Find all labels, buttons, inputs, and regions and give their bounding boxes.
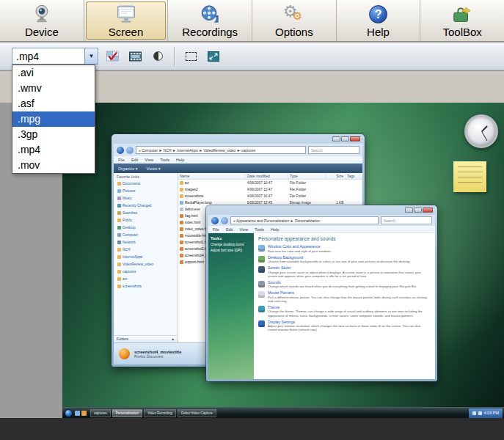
combo-dropdown-arrow-icon[interactable]: ▼ [84,48,98,64]
toolbox-button-label: ToolBox [443,26,482,38]
settings-item-icon [258,291,265,298]
video-options-button[interactable] [126,48,144,65]
sticky-note-gadget [453,161,486,192]
nav-tree-item: Searches [114,209,178,216]
settings-item: Mouse Pointers Pick a different mouse po… [258,290,431,303]
format-dropdown-list: .avi.wmv.asf.mpg.3gp.mp4.mov [12,65,95,174]
help-button-label: Help [367,26,390,38]
nav-tree-item: NCH [114,246,178,253]
format-option[interactable]: .3gp [12,127,95,142]
nav-tree-item: captures [114,268,178,275]
taskbar-window-button: Personalization [112,409,142,417]
format-combobox[interactable]: .mp4 ▼ [12,48,98,65]
menu-item: File [213,227,219,232]
menu-item: Edit [131,158,138,162]
encoder-settings-button[interactable] [103,48,121,65]
tray-icon [472,411,476,415]
format-option[interactable]: .mpg [12,111,95,127]
settings-item-icon [258,306,265,312]
explorer-menu-bar: FileEditViewToolsHelp [114,156,362,164]
firefox-icon [119,348,130,359]
close-icon [350,136,360,142]
settings-item-description: Pick a different mouse pointer. You can … [268,296,431,303]
menu-item: Tools [255,227,264,232]
preview-screenshot[interactable]: « Computer ► NCH ► InternetApps ► VideoR… [62,103,504,418]
file-icon [180,201,183,205]
nav-tree-item: Music [114,194,178,202]
nav-tree-item: VideoReview_video [114,260,178,268]
settings-item: Display Settings Adjust your monitor res… [258,320,431,332]
search-box: Search [381,216,432,224]
nav-tree-item: Computer [114,231,178,238]
help-icon: ? [367,4,390,26]
folder-icon [117,255,121,259]
settings-item: Desktop Background Choose from available… [258,255,431,264]
settings-item: Screen Saver Change your screen saver or… [258,265,431,278]
personalization-content: Personalize appearance and sounds Window… [254,233,435,379]
settings-item-icon [258,281,265,287]
screen-button-label: Screen [109,26,144,38]
personalization-titlebar [208,205,435,215]
help-button[interactable]: ? Help [337,0,421,41]
options-button[interactable]: ⚙⚙ Options [252,0,337,41]
folder-icon [117,211,121,215]
options-button-label: Options [275,26,313,38]
folder-icon [117,226,121,230]
nav-tree-item: Public [114,216,178,224]
fullscreen-icon [208,51,219,62]
folders-bar: Folders ▲ [114,335,178,342]
settings-item: Sounds Change which sounds are heard whe… [258,280,431,289]
tray-clock: 4:09 PM [484,411,499,415]
forward-icon [221,217,228,224]
filmstrip-icon [129,51,142,62]
maximize-icon [341,136,349,142]
format-combobox-value: .mp4 [12,51,84,62]
recordings-button-label: Recordings [182,26,238,38]
breadcrumb: « Appearance and Personalization ► Perso… [230,216,379,224]
select-region-button[interactable] [182,48,200,65]
personalization-menu-bar: FileEditViewToolsHelp [208,226,435,233]
format-option[interactable]: .avi [12,65,95,81]
file-icon [180,208,183,211]
forward-icon [126,147,134,154]
folder-icon [117,270,121,274]
format-option[interactable]: .mov [12,158,95,173]
nav-tree-item: Pictures [114,187,178,194]
task-link: Adjust font size (DPI) [211,249,252,253]
format-option[interactable]: .wmv [12,81,95,96]
minimize-icon [405,208,413,213]
screen-button[interactable]: Screen [84,0,169,41]
device-button[interactable]: Device [0,0,84,41]
settings-item: Window Color and Appearance Fine tune th… [258,244,431,253]
back-icon [211,217,219,224]
color-settings-button[interactable] [149,48,167,65]
file-icon [180,194,183,198]
format-option[interactable]: .asf [12,96,95,111]
tasks-header: Tasks [211,236,252,241]
settings-item-description: Change your screen saver or adjust when … [268,271,431,278]
nav-tree-item: Network [114,238,178,246]
settings-item-description: Change the theme. Themes can change a wi… [268,309,431,317]
menu-item: Edit [226,227,233,232]
maximize-icon [414,208,422,213]
recordings-button[interactable]: Recordings [168,0,252,41]
personalization-address-bar: « Appearance and Personalization ► Perso… [208,215,435,226]
file-list-header: Name Date modified Type Size Tags [178,173,362,180]
settings-item-description: Adjust your monitor resolution, which ch… [268,324,431,331]
taskbar-window-button: captures [90,409,111,417]
folder-icon [117,277,121,281]
fullscreen-button[interactable] [205,48,222,65]
folder-icon [117,233,121,237]
nav-tree-item: InternetApps [114,253,178,260]
explorer-command-bar: Organize ▾Views ▾ [114,164,362,173]
file-icon [180,247,183,251]
folder-icon [117,189,121,193]
taskbar-window-button: Debut Video Capture [178,409,216,417]
toolbox-button[interactable]: ToolBox [420,0,504,41]
folder-icon [117,248,121,252]
file-icon [180,254,183,257]
settings-item-description: Change which sounds are heard when you d… [268,285,417,288]
file-icon [180,241,183,244]
menu-item: File [118,158,125,162]
format-option[interactable]: .mp4 [12,142,95,158]
